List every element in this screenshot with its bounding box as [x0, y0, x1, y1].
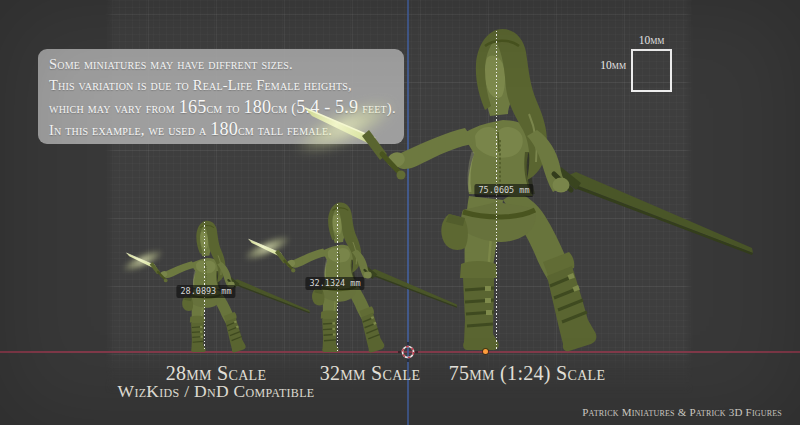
cursor-3d [398, 342, 418, 362]
scale-label-75mm: 75mm (1:24) Scale [449, 362, 606, 385]
credit-text: Patrick Miniatures & Patrick 3D Figures [582, 406, 782, 418]
measure-badge-75mm: 75.0605 mm [474, 184, 533, 197]
compatibility-label: WizKids / DnD Compatible [118, 381, 315, 402]
measure-badge-32mm: 32.1324 mm [305, 277, 364, 290]
object-origin-dot [483, 349, 488, 354]
scale-label-32mm: 32mm Scale [320, 362, 421, 385]
measure-badge-28mm: 28.0893 mm [176, 285, 235, 298]
viewport-3d[interactable]: Some miniatures may have diffrent sizes.… [0, 0, 800, 425]
